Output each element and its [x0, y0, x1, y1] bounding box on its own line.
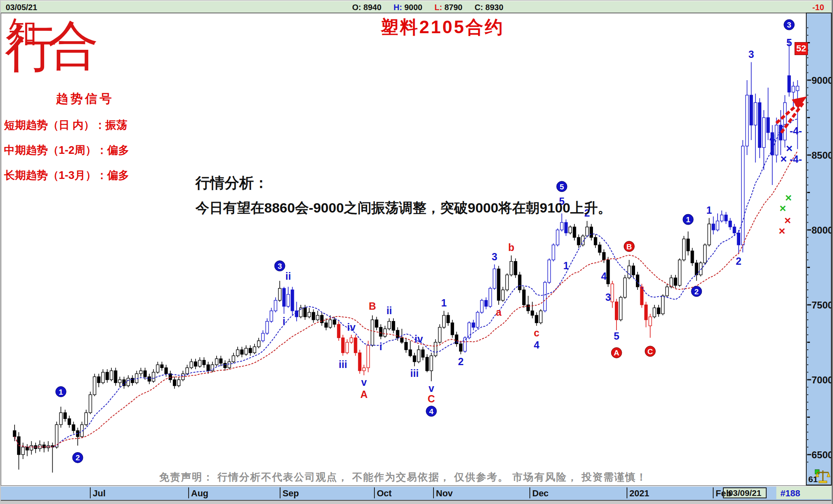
- logo-char-he: 合: [47, 19, 99, 71]
- month-divider: [90, 487, 91, 498]
- trend-mid-term: 中期趋势（1-2周）：偏多: [4, 143, 166, 157]
- svg-text:A: A: [614, 349, 619, 357]
- svg-text:1: 1: [686, 215, 691, 224]
- low-readout: L: 8790: [434, 3, 462, 12]
- trend-heading: 趋势信号: [4, 91, 166, 107]
- svg-text:9000: 9000: [812, 75, 833, 86]
- svg-text:×: ×: [780, 153, 787, 165]
- candlestick-chart[interactable]: 900085008000750070006500123iiiiiiivvABii…: [0, 12, 833, 486]
- svg-text:iii: iii: [339, 359, 347, 370]
- window-bottom-strip: [0, 501, 833, 504]
- svg-text:4: 4: [601, 270, 607, 282]
- disclaimer-text: 免责声明： 行情分析不代表公司观点， 不能作为交易依据， 仅供参考。 市场有风险…: [0, 470, 806, 484]
- month-divider: [280, 487, 280, 498]
- svg-text:a: a: [496, 306, 502, 318]
- time-axis-bar[interactable]: 03/09/21 #188 JulAugSepOctNovDec2021Feb: [1, 486, 831, 501]
- high-readout: H: 9000: [393, 3, 422, 12]
- month-label: 2021: [629, 488, 649, 499]
- svg-text:1: 1: [59, 388, 63, 396]
- svg-text:5: 5: [614, 330, 619, 342]
- month-label: Sep: [283, 488, 299, 499]
- svg-text:4: 4: [534, 339, 540, 351]
- analysis-heading: 行情分析：: [196, 173, 612, 193]
- svg-text:3: 3: [787, 21, 791, 29]
- trend-signal-panel: 趋势信号 短期趋势（日 内）：振荡 中期趋势（1-2周）：偏多 长期趋势（1-3…: [4, 91, 166, 183]
- svg-text:2: 2: [736, 255, 742, 267]
- bar-count-label: #188: [780, 488, 800, 499]
- svg-text:C: C: [648, 347, 653, 356]
- time-axis-right-section: 03/09/21 #188: [776, 487, 831, 499]
- month-divider: [627, 487, 627, 498]
- svg-text:v: v: [429, 383, 434, 394]
- brand-logo: 行 知 合: [5, 19, 102, 75]
- svg-text:7500: 7500: [812, 300, 833, 310]
- svg-text:×: ×: [780, 202, 786, 215]
- month-label: Aug: [191, 488, 208, 499]
- scales-icon[interactable]: [815, 469, 831, 484]
- month-label: Nov: [436, 488, 453, 499]
- svg-text:1: 1: [441, 297, 447, 308]
- svg-text:C: C: [428, 393, 435, 404]
- page-title: 塑料2105合约: [380, 15, 504, 39]
- svg-text:b: b: [508, 242, 514, 253]
- svg-text:8000: 8000: [812, 225, 833, 236]
- close-readout: C: 8930: [474, 3, 503, 12]
- svg-text:6500: 6500: [812, 449, 833, 460]
- svg-text:A: A: [360, 389, 368, 400]
- svg-text:2: 2: [458, 356, 463, 367]
- open-readout: O: 8940: [352, 3, 381, 12]
- svg-text:ii: ii: [387, 305, 392, 316]
- svg-text:1: 1: [706, 204, 712, 216]
- month-divider: [188, 487, 189, 498]
- svg-text:3: 3: [278, 262, 282, 270]
- svg-text:i: i: [283, 315, 285, 327]
- svg-text:1: 1: [563, 260, 569, 271]
- axis-badge-52: 52: [795, 42, 808, 55]
- svg-text:B: B: [369, 300, 376, 312]
- svg-text:-4-: -4-: [790, 125, 802, 136]
- svg-text:iv: iv: [347, 321, 356, 333]
- svg-text:iii: iii: [410, 368, 419, 379]
- svg-text:v: v: [361, 376, 367, 388]
- month-label: Dec: [532, 488, 548, 499]
- analysis-block: 行情分析： 今日有望在8860会-9000之间振荡调整，突破9000将在朝910…: [196, 173, 612, 217]
- svg-text:c: c: [534, 327, 540, 338]
- trend-long-term: 长期趋势（1-3月）：偏多: [4, 168, 166, 183]
- month-divider: [529, 487, 530, 498]
- svg-text:3: 3: [605, 291, 611, 303]
- svg-text:7000: 7000: [812, 374, 833, 385]
- svg-text:4: 4: [429, 407, 434, 416]
- session-date: 03/05/21: [6, 3, 37, 12]
- svg-text:×: ×: [785, 191, 792, 204]
- svg-text:3: 3: [492, 251, 497, 262]
- svg-text:8500: 8500: [812, 150, 833, 161]
- svg-text:2: 2: [76, 453, 80, 462]
- quote-bar: 03/05/21 O: 8940 H: 9000 L: 8790 C: 8930…: [1, 1, 831, 13]
- trading-app-window: 03/05/21 O: 8940 H: 9000 L: 8790 C: 8930…: [0, 0, 833, 504]
- ohlc-readout: O: 8940 H: 9000 L: 8790 C: 8930: [352, 3, 504, 12]
- svg-text:5: 5: [786, 37, 792, 48]
- svg-text:3: 3: [748, 49, 754, 60]
- month-divider: [433, 487, 434, 498]
- svg-text:ii: ii: [285, 270, 291, 282]
- svg-text:-4-: -4-: [790, 153, 802, 165]
- month-divider: [374, 487, 375, 498]
- svg-text:B: B: [627, 242, 632, 251]
- logo-char-zhi: 知: [8, 17, 37, 46]
- month-label: Jul: [93, 488, 106, 499]
- svg-text:iv: iv: [414, 333, 423, 345]
- change-readout: -10: [812, 3, 824, 12]
- analysis-body: 今日有望在8860会-9000之间振荡调整，突破9000将在朝9100上升。: [196, 199, 612, 217]
- svg-text:4: 4: [769, 132, 775, 144]
- svg-text:i: i: [379, 341, 382, 352]
- svg-text:×: ×: [784, 214, 791, 227]
- svg-text:×: ×: [786, 142, 793, 155]
- trend-short-term: 短期趋势（日 内）：振荡: [4, 118, 166, 132]
- svg-text:2: 2: [695, 287, 699, 296]
- month-divider: [713, 487, 714, 498]
- svg-text:×: ×: [779, 225, 785, 237]
- month-label: Oct: [377, 488, 392, 499]
- month-label: Feb: [716, 488, 731, 499]
